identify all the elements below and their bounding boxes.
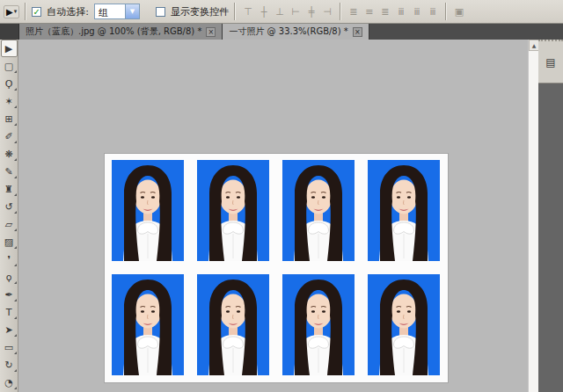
auto-align-layers-icon[interactable]: ▣ <box>452 4 466 18</box>
tools-panel: ▶▢Ϙ✶⊞✐❋✎♜↺▱▨❜ϙ✒T➤▭↻◔ <box>0 40 18 392</box>
id-photo-7[interactable] <box>282 274 355 375</box>
tool-clone-stamp-tool[interactable]: ♜ <box>1 180 18 198</box>
tool-type-tool[interactable]: T <box>1 303 18 321</box>
divider <box>234 3 236 20</box>
auto-select-dropdown[interactable]: 组 ▼ <box>94 4 140 19</box>
distribute-vertical-centers-icon[interactable]: ≡ <box>362 4 377 18</box>
tool-eyedropper-tool[interactable]: ✐ <box>1 127 18 145</box>
id-photo-8[interactable] <box>368 274 440 375</box>
canvas-pasteboard[interactable] <box>18 40 528 392</box>
tool-spot-healing-brush-tool[interactable]: ❋ <box>1 145 18 163</box>
tool-path-selection-tool[interactable]: ➤ <box>1 321 18 338</box>
divider <box>340 3 341 20</box>
vertical-scrollbar[interactable]: ▲ <box>528 40 538 392</box>
collapsed-panel-icon[interactable]: ▤ <box>542 54 559 71</box>
tool-lasso-tool[interactable]: Ϙ <box>1 75 18 92</box>
align-right-edges-icon[interactable]: ⊣ <box>320 4 334 18</box>
show-transform-checkbox[interactable] <box>156 7 165 17</box>
align-buttons-group: ⊤┼⊥⊢╪⊣ <box>241 4 334 18</box>
id-photo-3[interactable] <box>282 160 355 261</box>
chevron-down-icon: ▾ <box>14 8 18 15</box>
distribute-buttons-group: ≣≡≣ⅲⅲⅲ <box>347 4 440 18</box>
id-photo-4[interactable] <box>368 160 440 261</box>
id-photo-grid <box>105 154 448 382</box>
distribute-left-edges-icon[interactable]: ⅲ <box>394 4 408 18</box>
divider <box>445 3 447 20</box>
tool-rectangular-marquee-tool[interactable]: ▢ <box>1 57 18 75</box>
divider <box>25 3 26 20</box>
id-photo-6[interactable] <box>197 274 269 375</box>
id-photo-2[interactable] <box>197 160 269 261</box>
dropdown-arrow-icon[interactable]: ▼ <box>125 4 139 18</box>
dock-header: ▤ <box>538 40 563 83</box>
tool-blur-tool[interactable]: ❜ <box>1 250 18 268</box>
document-canvas[interactable] <box>104 153 449 383</box>
document-tab-bar: 照片（蓝底）.jpg @ 100% (背景, RGB/8) * × 一寸照片 @… <box>0 24 563 40</box>
align-vertical-centers-icon[interactable]: ┼ <box>257 4 271 18</box>
tool-gradient-tool[interactable]: ▨ <box>1 233 18 250</box>
auto-select-label: 自动选择: <box>47 5 89 18</box>
id-photo-5[interactable] <box>112 274 184 375</box>
distribute-horizontal-centers-icon[interactable]: ⅲ <box>410 4 424 18</box>
tab-photo-bluebg[interactable]: 照片（蓝底）.jpg @ 100% (背景, RGB/8) * × <box>19 24 223 40</box>
right-panel-dock: ▤ <box>538 40 563 392</box>
tool-quick-selection-tool[interactable]: ✶ <box>1 92 18 110</box>
tool-move-tool[interactable]: ▶ <box>1 40 18 57</box>
distribute-bottom-edges-icon[interactable]: ≣ <box>378 4 392 18</box>
tab-one-inch-photo[interactable]: 一寸照片 @ 33.3%(RGB/8) * × <box>223 24 369 40</box>
tab-title: 一寸照片 @ 33.3%(RGB/8) * <box>229 25 347 38</box>
options-bar: ▶ ▾ ✓ 自动选择: 组 ▼ 显示变换控件 ⊤┼⊥⊢╪⊣ ≣≡≣ⅲⅲⅲ ▣ <box>0 0 563 24</box>
tool-dodge-tool[interactable]: ϙ <box>1 268 18 286</box>
distribute-right-edges-icon[interactable]: ⅲ <box>426 4 440 18</box>
tool-crop-tool[interactable]: ⊞ <box>1 110 18 127</box>
align-horizontal-centers-icon[interactable]: ╪ <box>304 4 318 18</box>
auto-select-value: 组 <box>95 4 125 18</box>
tool-3d-roll-tool[interactable]: ◔ <box>1 374 18 391</box>
close-icon[interactable]: × <box>353 27 362 37</box>
tool-history-brush-tool[interactable]: ↺ <box>1 198 18 215</box>
tool-3d-rotate-tool[interactable]: ↻ <box>1 356 18 374</box>
move-tool-icon: ▶ <box>6 7 13 17</box>
align-left-edges-icon[interactable]: ⊢ <box>289 4 303 18</box>
close-icon[interactable]: × <box>206 27 216 37</box>
tool-rectangle-shape-tool[interactable]: ▭ <box>1 338 18 356</box>
id-photo-1[interactable] <box>112 160 184 261</box>
tool-eraser-tool[interactable]: ▱ <box>1 215 18 233</box>
show-transform-label: 显示变换控件 <box>171 5 229 18</box>
tool-pen-tool[interactable]: ✒ <box>1 286 18 303</box>
align-top-edges-icon[interactable]: ⊤ <box>241 4 255 18</box>
tools-panel-grip[interactable] <box>0 24 19 40</box>
move-tool-preset[interactable]: ▶ ▾ <box>4 5 19 18</box>
auto-select-checkbox[interactable]: ✓ <box>32 7 41 17</box>
tab-title: 照片（蓝底）.jpg @ 100% (背景, RGB/8) * <box>26 25 201 38</box>
tool-brush-tool[interactable]: ✎ <box>1 163 18 180</box>
align-bottom-edges-icon[interactable]: ⊥ <box>273 4 287 18</box>
distribute-top-edges-icon[interactable]: ≣ <box>347 4 361 18</box>
